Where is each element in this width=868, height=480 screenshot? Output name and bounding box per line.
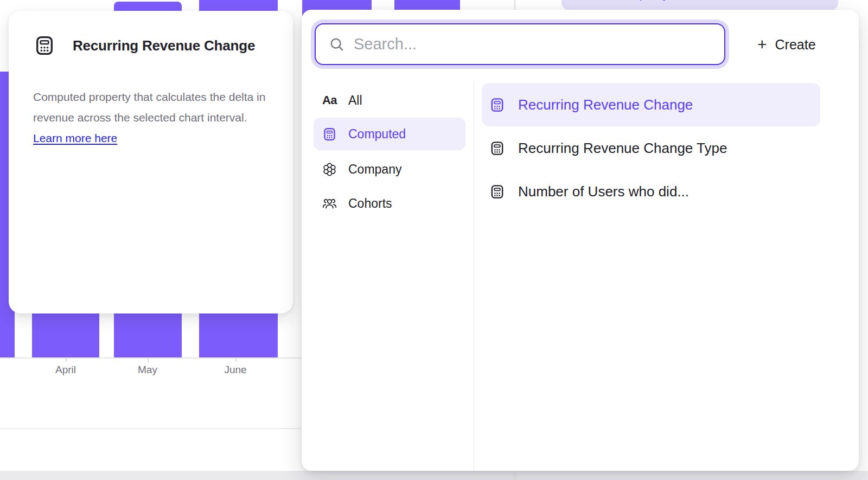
- result-item-label: Recurring Revenue Change: [518, 97, 693, 113]
- x-tick-label-may: May: [138, 364, 157, 376]
- axis-tick: [66, 358, 67, 362]
- search-input[interactable]: [345, 24, 724, 64]
- top-right-pill-text: Company: [609, 0, 669, 2]
- result-item-label: Recurring Revenue Change Type: [518, 140, 727, 157]
- filter-item-label: All: [348, 93, 362, 108]
- filter-item-all[interactable]: Aa All: [314, 84, 465, 117]
- app-screen: April May June Company Recurring Revenue…: [0, 0, 868, 480]
- axis-tick: [235, 358, 237, 362]
- filter-item-company[interactable]: Company: [314, 153, 465, 185]
- filter-item-label: Computed: [348, 127, 406, 142]
- result-item-recurring-revenue-change[interactable]: Recurring Revenue Change: [482, 83, 820, 126]
- axis-tick: [148, 358, 149, 362]
- learn-more-link[interactable]: Learn more here: [33, 132, 117, 144]
- calculator-icon: [489, 97, 505, 113]
- x-tick-label-june: June: [224, 364, 246, 376]
- top-right-pill[interactable]: Company: [561, 0, 838, 10]
- x-tick-label-april: April: [55, 364, 76, 376]
- filter-item-label: Company: [348, 162, 401, 177]
- calculator-icon: [489, 184, 505, 200]
- result-item-label: Number of Users who did...: [518, 183, 689, 200]
- chart-x-axis: [0, 357, 302, 359]
- page-bottom-strip: [0, 471, 868, 480]
- modal-column-divider: [474, 81, 474, 471]
- tooltip-description-text: Computed property that calculates the de…: [33, 91, 265, 124]
- text-aa-icon: Aa: [322, 93, 337, 108]
- property-tooltip-card: Recurring Revenue Change Computed proper…: [9, 11, 293, 313]
- tooltip-title: Recurring Revenue Change: [73, 37, 255, 54]
- calculator-icon: [489, 140, 505, 156]
- people-icon: [322, 196, 337, 211]
- cluster-icon: [322, 162, 337, 177]
- property-picker-modal: + Create Aa All Computed: [302, 10, 859, 471]
- background-section-divider: [0, 428, 302, 429]
- calculator-icon: [34, 35, 55, 56]
- plus-icon: +: [757, 36, 767, 53]
- create-button-label: Create: [775, 37, 816, 53]
- tooltip-header: Recurring Revenue Change: [34, 35, 255, 56]
- result-item-recurring-revenue-change-type[interactable]: Recurring Revenue Change Type: [482, 126, 820, 170]
- search-field: [315, 23, 725, 65]
- magnifier-icon: [329, 36, 345, 53]
- filter-item-label: Cohorts: [348, 196, 392, 211]
- filter-item-computed[interactable]: Computed: [314, 118, 465, 150]
- filter-item-cohorts[interactable]: Cohorts: [314, 187, 465, 220]
- tooltip-description: Computed property that calculates the de…: [33, 87, 270, 149]
- create-button[interactable]: + Create: [752, 30, 821, 59]
- calculator-icon: [322, 127, 337, 142]
- result-item-number-of-users[interactable]: Number of Users who did...: [482, 170, 820, 213]
